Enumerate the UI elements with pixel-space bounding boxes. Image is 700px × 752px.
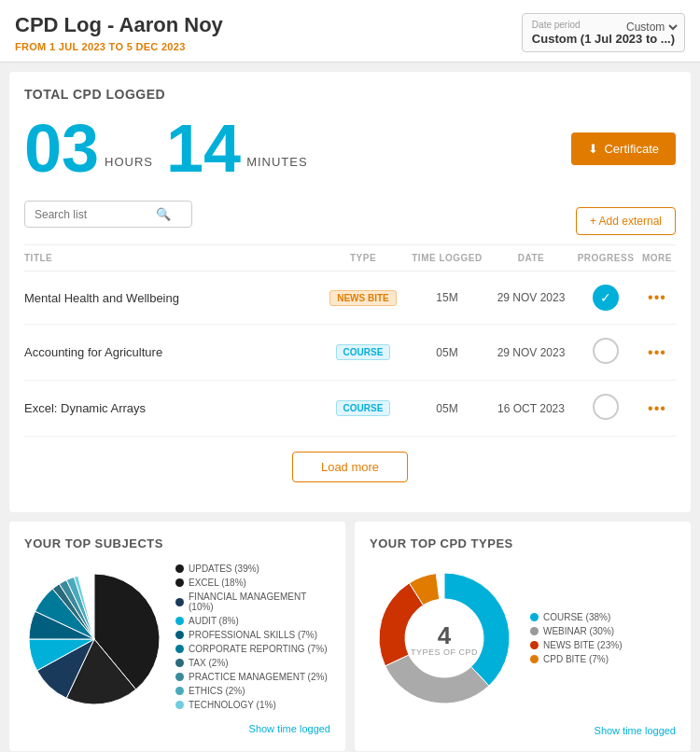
legend-label: NEWS BITE (23%) [543, 640, 622, 650]
legend-dot [175, 701, 184, 709]
row-more-button[interactable]: ••• [638, 344, 676, 361]
subjects-chart-card: YOUR TOP SUBJECTS UPDATES (39%)EXCEL (18… [9, 522, 345, 751]
legend-item: ETHICS (2%) [175, 686, 330, 696]
search-input[interactable] [35, 208, 156, 221]
subjects-show-time[interactable]: Show time logged [24, 723, 330, 734]
donut-number: 4 [411, 623, 478, 648]
type-badge: NEWS BITE [329, 290, 397, 306]
table-header: TITLE TYPE TIME LOGGED DATE PROGRESS MOR… [24, 244, 676, 272]
row-progress: ✓ [573, 285, 638, 311]
donut-container: 4 TYPES OF CPD COURSE (38%)WEBINAR (30%)… [370, 564, 676, 716]
col-progress: PROGRESS [573, 253, 638, 263]
type-badge: COURSE [336, 344, 391, 360]
row-date: 29 NOV 2023 [489, 291, 573, 304]
legend-label: TECHNOLOGY (1%) [189, 700, 276, 710]
table-row: Mental Health and Wellbeing NEWS BITE 15… [24, 272, 676, 325]
row-title: Accounting for Agriculture [24, 345, 321, 359]
legend-dot [530, 655, 539, 663]
minutes-label: MINUTES [246, 155, 308, 182]
legend-dot [530, 613, 539, 621]
date-period-selector[interactable]: Date period Custom (1 Jul 2023 to ...) C… [522, 13, 685, 52]
row-type: COURSE [321, 344, 405, 360]
legend-item: NEWS BITE (23%) [530, 640, 622, 650]
donut-center-label: 4 TYPES OF CPD [411, 623, 478, 657]
cpd-types-chart-title: YOUR TOP CPD TYPES [370, 536, 676, 550]
total-cpd-section: TOTAL CPD LOGGED 03 HOURS 14 MINUTES ⬇ C… [9, 72, 691, 512]
legend-label: PROFESSIONAL SKILLS (7%) [189, 630, 317, 640]
legend-item: TECHNOLOGY (1%) [175, 700, 330, 710]
legend-label: COURSE (38%) [543, 612, 610, 622]
total-cpd-title: TOTAL CPD LOGGED [24, 87, 676, 102]
row-type: NEWS BITE [321, 290, 405, 306]
legend-item: PROFESSIONAL SKILLS (7%) [175, 630, 330, 640]
legend-label: ETHICS (2%) [189, 686, 245, 696]
download-icon: ⬇ [588, 142, 598, 156]
legend-item: UPDATES (39%) [175, 564, 330, 574]
legend-label: CPD BITE (7%) [543, 654, 609, 664]
hours-label: HOURS [105, 155, 153, 182]
certificate-label: Certificate [604, 142, 659, 156]
row-title: Mental Health and Wellbeing [24, 291, 321, 305]
row-more-button[interactable]: ••• [638, 400, 676, 417]
legend-label: WEBINAR (30%) [543, 626, 614, 636]
legend-item: EXCEL (18%) [175, 578, 330, 588]
legend-item: PRACTICE MANAGEMENT (2%) [175, 672, 330, 682]
load-more-button[interactable]: Load more [292, 452, 408, 482]
progress-partial-icon [593, 338, 619, 364]
legend-dot [175, 564, 184, 573]
cpd-types-show-time[interactable]: Show time logged [370, 725, 676, 736]
to-date: 5 DEC 2023 [127, 41, 186, 52]
row-time: 15M [405, 291, 489, 304]
legend-label: AUDIT (8%) [189, 616, 239, 626]
row-date: 29 NOV 2023 [489, 346, 573, 359]
legend-dot [530, 627, 539, 635]
table-row: Accounting for Agriculture COURSE 05M 29… [24, 325, 676, 381]
from-label: FROM [15, 41, 47, 52]
legend-item: COURSE (38%) [530, 612, 622, 622]
to-label: TO [109, 41, 124, 52]
row-progress [573, 338, 638, 367]
legend-dot [175, 673, 184, 681]
subjects-chart-title: YOUR TOP SUBJECTS [24, 536, 330, 550]
charts-row: YOUR TOP SUBJECTS UPDATES (39%)EXCEL (18… [9, 522, 691, 751]
legend-item: CORPORATE REPORTING (7%) [175, 644, 330, 654]
subjects-pie-container: UPDATES (39%)EXCEL (18%)FINANCIAL MANAGE… [24, 564, 330, 714]
search-icon: 🔍 [156, 207, 171, 221]
legend-dot [175, 578, 184, 587]
col-more: MORE [638, 253, 676, 263]
table-row: Excel: Dynamic Arrays COURSE 05M 16 OCT … [24, 381, 676, 437]
certificate-button[interactable]: ⬇ Certificate [571, 132, 676, 165]
type-badge: COURSE [336, 400, 391, 416]
legend-dot [175, 617, 184, 625]
row-type: COURSE [321, 400, 405, 416]
legend-label: PRACTICE MANAGEMENT (2%) [189, 672, 328, 682]
progress-partial-icon [593, 394, 619, 420]
header: CPD Log - Aaron Noy FROM 1 JUL 2023 TO 5… [0, 0, 700, 63]
row-time: 05M [405, 402, 489, 415]
from-date: 1 JUL 2023 [49, 41, 105, 52]
legend-item: TAX (2%) [175, 658, 330, 668]
date-period-label: Date period [532, 20, 581, 30]
row-title: Excel: Dynamic Arrays [24, 401, 321, 415]
legend-dot [175, 687, 184, 695]
page-title: CPD Log - Aaron Noy [15, 13, 223, 37]
row-more-button[interactable]: ••• [638, 289, 676, 306]
legend-item: CPD BITE (7%) [530, 654, 622, 664]
legend-dot [530, 641, 539, 649]
date-period-dropdown[interactable]: Custom [623, 20, 680, 35]
subjects-pie-chart [24, 569, 164, 709]
col-time-logged: TIME LOGGED [405, 253, 489, 263]
legend-label: FINANCIAL MANAGEMENT (10%) [189, 592, 330, 612]
col-title: TITLE [24, 253, 321, 263]
subjects-legend: UPDATES (39%)EXCEL (18%)FINANCIAL MANAGE… [175, 564, 330, 714]
legend-item: FINANCIAL MANAGEMENT (10%) [175, 592, 330, 612]
progress-done-icon: ✓ [593, 285, 619, 311]
row-time: 05M [405, 346, 489, 359]
legend-item: AUDIT (8%) [175, 616, 330, 626]
col-type: TYPE [321, 253, 405, 263]
search-bar[interactable]: 🔍 [24, 201, 192, 228]
legend-label: UPDATES (39%) [189, 564, 259, 574]
legend-dot [175, 598, 184, 606]
add-external-button[interactable]: + Add external [576, 207, 676, 235]
cpd-minutes: 14 [166, 115, 241, 182]
